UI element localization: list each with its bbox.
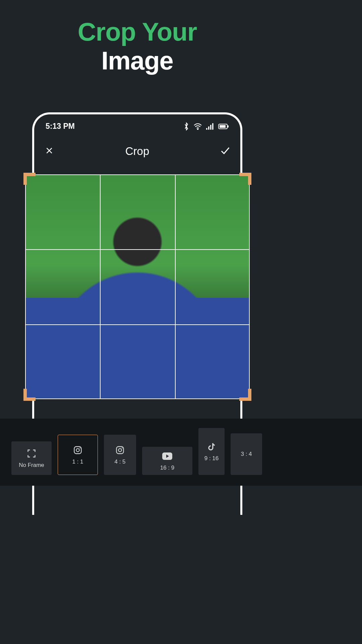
svg-rect-2 xyxy=(208,126,209,130)
bluetooth-icon xyxy=(183,122,189,131)
instagram-icon xyxy=(73,444,82,456)
fullscreen-icon xyxy=(27,448,36,459)
svg-rect-1 xyxy=(206,128,207,129)
screen-header: Crop xyxy=(34,131,240,165)
crop-handle-bottom-right[interactable] xyxy=(239,389,251,401)
battery-icon xyxy=(218,123,229,129)
promo-line-2: Image xyxy=(0,47,275,74)
svg-rect-3 xyxy=(210,125,212,129)
crop-area[interactable] xyxy=(25,174,250,399)
promo-title: Crop Your Image xyxy=(0,0,275,74)
ratio-label: 9 : 16 xyxy=(204,455,219,462)
ratio-1-1[interactable]: 1 : 1 xyxy=(58,435,98,475)
close-button[interactable] xyxy=(44,146,55,157)
ratio-4-5[interactable]: 4 : 5 xyxy=(104,435,136,475)
wifi-icon xyxy=(193,123,202,130)
crop-handle-bottom-left[interactable] xyxy=(23,389,36,401)
check-icon xyxy=(220,146,230,156)
youtube-icon xyxy=(162,450,172,462)
signal-icon xyxy=(206,123,214,130)
status-icons xyxy=(183,122,229,131)
status-time: 5:13 PM xyxy=(46,122,75,131)
svg-rect-6 xyxy=(228,125,229,127)
ratio-16-9[interactable]: 16 : 9 xyxy=(142,447,192,475)
close-icon xyxy=(45,146,54,156)
svg-rect-4 xyxy=(212,123,214,129)
screen-title: Crop xyxy=(125,145,149,158)
instagram-icon xyxy=(115,444,125,456)
ratio-label: 1 : 1 xyxy=(72,459,83,465)
confirm-button[interactable] xyxy=(220,146,231,157)
svg-rect-7 xyxy=(220,125,226,128)
ratio-3-4[interactable]: 3 : 4 xyxy=(231,433,262,475)
status-bar: 5:13 PM xyxy=(34,114,240,131)
ratio-label: 4 : 5 xyxy=(114,459,125,465)
ratio-label: 16 : 9 xyxy=(160,465,175,471)
crop-handle-top-left[interactable] xyxy=(23,173,36,185)
svg-point-10 xyxy=(79,447,80,448)
crop-handle-top-right[interactable] xyxy=(239,173,251,185)
svg-point-9 xyxy=(76,448,79,451)
svg-point-13 xyxy=(122,447,123,448)
crop-image xyxy=(25,174,250,399)
ratio-9-16[interactable]: 9 : 16 xyxy=(198,428,225,475)
ratio-label: 3 : 4 xyxy=(241,451,252,458)
svg-point-0 xyxy=(197,129,198,130)
aspect-ratio-bar: No Frame 1 : 1 4 : 5 16 xyxy=(0,419,275,486)
svg-point-12 xyxy=(118,448,121,451)
ratio-label: No Frame xyxy=(19,462,44,469)
tiktok-icon xyxy=(208,441,215,452)
ratio-no-frame[interactable]: No Frame xyxy=(11,441,52,475)
promo-line-1: Crop Your xyxy=(0,18,275,45)
